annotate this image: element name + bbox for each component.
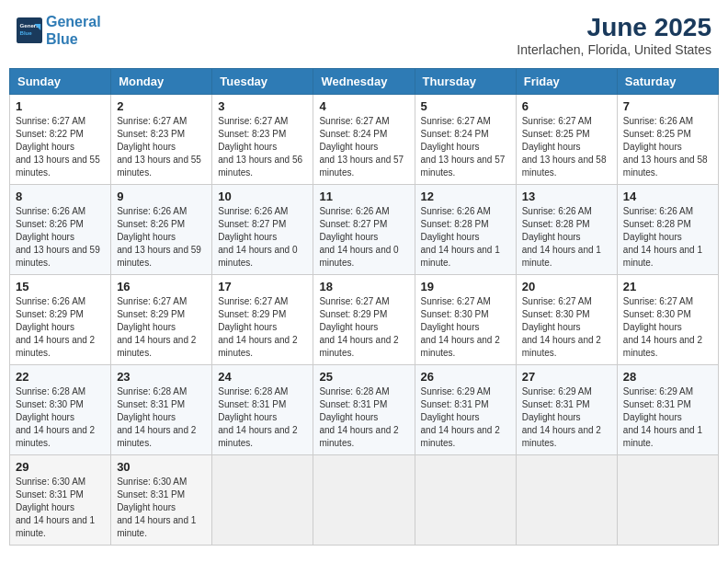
cell-info: Sunrise: 6:27 AM Sunset: 8:23 PM Dayligh… bbox=[117, 115, 206, 179]
day-number: 21 bbox=[623, 280, 712, 293]
day-number: 2 bbox=[117, 99, 206, 113]
calendar-cell: 6 Sunrise: 6:27 AM Sunset: 8:25 PM Dayli… bbox=[516, 95, 617, 185]
cell-info: Sunrise: 6:29 AM Sunset: 8:31 PM Dayligh… bbox=[522, 385, 611, 450]
cell-info: Sunrise: 6:27 AM Sunset: 8:30 PM Dayligh… bbox=[522, 295, 611, 360]
day-number: 13 bbox=[522, 190, 611, 203]
calendar-header-row: Sunday Monday Tuesday Wednesday Thursday… bbox=[10, 69, 719, 95]
day-number: 20 bbox=[522, 280, 611, 293]
day-number: 27 bbox=[522, 370, 611, 384]
col-monday: Monday bbox=[111, 69, 212, 95]
calendar-cell bbox=[415, 455, 516, 546]
calendar-cell: 17 Sunrise: 6:27 AM Sunset: 8:29 PM Dayl… bbox=[212, 275, 313, 365]
day-number: 22 bbox=[16, 370, 105, 384]
cell-info: Sunrise: 6:28 AM Sunset: 8:31 PM Dayligh… bbox=[319, 385, 408, 450]
day-number: 26 bbox=[421, 370, 510, 384]
day-number: 23 bbox=[117, 370, 206, 384]
calendar-cell: 15 Sunrise: 6:26 AM Sunset: 8:29 PM Dayl… bbox=[10, 275, 111, 365]
logo-icon: General Blue bbox=[17, 17, 42, 43]
day-number: 6 bbox=[522, 99, 611, 113]
logo-text: General Blue bbox=[46, 13, 101, 48]
cell-info: Sunrise: 6:27 AM Sunset: 8:29 PM Dayligh… bbox=[218, 295, 307, 360]
cell-info: Sunrise: 6:26 AM Sunset: 8:28 PM Dayligh… bbox=[623, 205, 712, 270]
col-saturday: Saturday bbox=[617, 69, 718, 95]
cell-info: Sunrise: 6:28 AM Sunset: 8:31 PM Dayligh… bbox=[218, 385, 307, 450]
calendar-cell: 4 Sunrise: 6:27 AM Sunset: 8:24 PM Dayli… bbox=[313, 95, 415, 185]
cell-info: Sunrise: 6:26 AM Sunset: 8:28 PM Dayligh… bbox=[522, 205, 611, 270]
cell-info: Sunrise: 6:27 AM Sunset: 8:23 PM Dayligh… bbox=[218, 115, 307, 179]
calendar-cell: 18 Sunrise: 6:27 AM Sunset: 8:29 PM Dayl… bbox=[313, 275, 415, 365]
calendar-cell: 29 Sunrise: 6:30 AM Sunset: 8:31 PM Dayl… bbox=[10, 455, 111, 546]
day-number: 28 bbox=[623, 370, 712, 384]
calendar-cell: 9 Sunrise: 6:26 AM Sunset: 8:26 PM Dayli… bbox=[111, 185, 212, 275]
day-number: 3 bbox=[218, 99, 307, 113]
cell-info: Sunrise: 6:30 AM Sunset: 8:31 PM Dayligh… bbox=[117, 476, 206, 540]
day-number: 25 bbox=[319, 370, 408, 384]
svg-text:Blue: Blue bbox=[20, 29, 33, 36]
calendar-cell: 12 Sunrise: 6:26 AM Sunset: 8:28 PM Dayl… bbox=[415, 185, 516, 275]
cell-info: Sunrise: 6:29 AM Sunset: 8:31 PM Dayligh… bbox=[623, 385, 712, 450]
cell-info: Sunrise: 6:28 AM Sunset: 8:30 PM Dayligh… bbox=[16, 385, 105, 450]
calendar-cell: 7 Sunrise: 6:26 AM Sunset: 8:25 PM Dayli… bbox=[617, 95, 718, 185]
calendar-cell: 1 Sunrise: 6:27 AM Sunset: 8:22 PM Dayli… bbox=[10, 95, 111, 185]
day-number: 10 bbox=[218, 190, 307, 203]
cell-info: Sunrise: 6:27 AM Sunset: 8:22 PM Dayligh… bbox=[16, 115, 105, 179]
cell-info: Sunrise: 6:26 AM Sunset: 8:29 PM Dayligh… bbox=[16, 295, 105, 360]
cell-info: Sunrise: 6:29 AM Sunset: 8:31 PM Dayligh… bbox=[421, 385, 510, 450]
logo: General Blue General Blue bbox=[17, 13, 101, 48]
calendar-week-3: 15 Sunrise: 6:26 AM Sunset: 8:29 PM Dayl… bbox=[10, 275, 719, 365]
col-wednesday: Wednesday bbox=[313, 69, 415, 95]
calendar-cell: 30 Sunrise: 6:30 AM Sunset: 8:31 PM Dayl… bbox=[111, 455, 212, 546]
calendar-cell: 28 Sunrise: 6:29 AM Sunset: 8:31 PM Dayl… bbox=[617, 365, 718, 455]
calendar-week-5: 29 Sunrise: 6:30 AM Sunset: 8:31 PM Dayl… bbox=[10, 455, 719, 546]
calendar-cell: 21 Sunrise: 6:27 AM Sunset: 8:30 PM Dayl… bbox=[617, 275, 718, 365]
cell-info: Sunrise: 6:26 AM Sunset: 8:26 PM Dayligh… bbox=[117, 205, 206, 270]
day-number: 30 bbox=[117, 460, 206, 474]
day-number: 24 bbox=[218, 370, 307, 384]
cell-info: Sunrise: 6:26 AM Sunset: 8:26 PM Dayligh… bbox=[16, 205, 105, 270]
calendar-cell: 3 Sunrise: 6:27 AM Sunset: 8:23 PM Dayli… bbox=[212, 95, 313, 185]
subtitle: Interlachen, Florida, United States bbox=[517, 42, 711, 57]
col-thursday: Thursday bbox=[415, 69, 516, 95]
calendar-cell: 2 Sunrise: 6:27 AM Sunset: 8:23 PM Dayli… bbox=[111, 95, 212, 185]
cell-info: Sunrise: 6:27 AM Sunset: 8:24 PM Dayligh… bbox=[319, 115, 408, 179]
day-number: 9 bbox=[117, 190, 206, 203]
main-title: June 2025 bbox=[517, 13, 711, 42]
cell-info: Sunrise: 6:26 AM Sunset: 8:27 PM Dayligh… bbox=[319, 205, 408, 270]
calendar-cell: 26 Sunrise: 6:29 AM Sunset: 8:31 PM Dayl… bbox=[415, 365, 516, 455]
calendar-cell: 23 Sunrise: 6:28 AM Sunset: 8:31 PM Dayl… bbox=[111, 365, 212, 455]
calendar-cell: 19 Sunrise: 6:27 AM Sunset: 8:30 PM Dayl… bbox=[415, 275, 516, 365]
calendar-cell bbox=[516, 455, 617, 546]
col-friday: Friday bbox=[516, 69, 617, 95]
title-area: June 2025 Interlachen, Florida, United S… bbox=[517, 13, 711, 57]
cell-info: Sunrise: 6:26 AM Sunset: 8:25 PM Dayligh… bbox=[623, 115, 712, 179]
col-tuesday: Tuesday bbox=[212, 69, 313, 95]
calendar-cell: 5 Sunrise: 6:27 AM Sunset: 8:24 PM Dayli… bbox=[415, 95, 516, 185]
cell-info: Sunrise: 6:27 AM Sunset: 8:29 PM Dayligh… bbox=[319, 295, 408, 360]
day-number: 4 bbox=[319, 99, 408, 113]
calendar-cell: 22 Sunrise: 6:28 AM Sunset: 8:30 PM Dayl… bbox=[10, 365, 111, 455]
calendar-cell: 25 Sunrise: 6:28 AM Sunset: 8:31 PM Dayl… bbox=[313, 365, 415, 455]
col-sunday: Sunday bbox=[10, 69, 111, 95]
cell-info: Sunrise: 6:26 AM Sunset: 8:28 PM Dayligh… bbox=[421, 205, 510, 270]
calendar-cell: 27 Sunrise: 6:29 AM Sunset: 8:31 PM Dayl… bbox=[516, 365, 617, 455]
cell-info: Sunrise: 6:27 AM Sunset: 8:24 PM Dayligh… bbox=[421, 115, 510, 179]
calendar-week-1: 1 Sunrise: 6:27 AM Sunset: 8:22 PM Dayli… bbox=[10, 95, 719, 185]
calendar-cell: 24 Sunrise: 6:28 AM Sunset: 8:31 PM Dayl… bbox=[212, 365, 313, 455]
day-number: 8 bbox=[16, 190, 105, 203]
calendar-cell bbox=[313, 455, 415, 546]
day-number: 12 bbox=[421, 190, 510, 203]
calendar-table: Sunday Monday Tuesday Wednesday Thursday… bbox=[9, 68, 719, 546]
calendar-cell: 20 Sunrise: 6:27 AM Sunset: 8:30 PM Dayl… bbox=[516, 275, 617, 365]
calendar-cell bbox=[617, 455, 718, 546]
day-number: 16 bbox=[117, 280, 206, 293]
header: General Blue General Blue June 2025 Inte… bbox=[9, 9, 719, 61]
calendar-cell: 11 Sunrise: 6:26 AM Sunset: 8:27 PM Dayl… bbox=[313, 185, 415, 275]
day-number: 19 bbox=[421, 280, 510, 293]
calendar-week-4: 22 Sunrise: 6:28 AM Sunset: 8:30 PM Dayl… bbox=[10, 365, 719, 455]
calendar-cell: 14 Sunrise: 6:26 AM Sunset: 8:28 PM Dayl… bbox=[617, 185, 718, 275]
cell-info: Sunrise: 6:27 AM Sunset: 8:25 PM Dayligh… bbox=[522, 115, 611, 179]
cell-info: Sunrise: 6:28 AM Sunset: 8:31 PM Dayligh… bbox=[117, 385, 206, 450]
cell-info: Sunrise: 6:27 AM Sunset: 8:30 PM Dayligh… bbox=[623, 295, 712, 360]
day-number: 1 bbox=[16, 99, 105, 113]
day-number: 14 bbox=[623, 190, 712, 203]
